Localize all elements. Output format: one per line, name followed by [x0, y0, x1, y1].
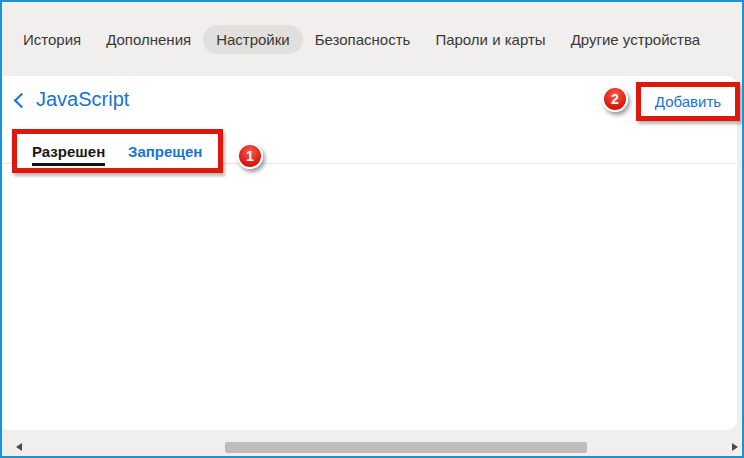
scroll-left-arrow-icon[interactable] — [16, 443, 22, 451]
horizontal-scrollbar[interactable] — [2, 430, 742, 456]
add-button[interactable]: Добавить — [655, 93, 721, 110]
nav-tab-security[interactable]: Безопасность — [315, 31, 411, 48]
step-badge-2: 2 — [602, 86, 628, 112]
back-link[interactable]: JavaScript — [16, 88, 129, 111]
back-chevron-icon[interactable] — [14, 92, 30, 108]
nav-tab-passwords-cards[interactable]: Пароли и карты — [435, 31, 545, 48]
tab-blocked[interactable]: Запрещен — [128, 143, 202, 160]
page-title[interactable]: JavaScript — [36, 88, 129, 111]
scroll-right-arrow-icon[interactable] — [732, 443, 738, 451]
nav-tab-extensions[interactable]: Дополнения — [106, 31, 191, 48]
step-badge-1: 1 — [237, 143, 263, 169]
highlight-box-add: Добавить — [636, 82, 740, 121]
settings-nav: История Дополнения Настройки Безопасност… — [2, 2, 742, 76]
highlight-box-filter-tabs: Разрешен Запрещен — [12, 129, 223, 173]
scrollbar-thumb[interactable] — [225, 442, 587, 453]
tab-allowed[interactable]: Разрешен — [32, 143, 105, 160]
browser-settings-window: История Дополнения Настройки Безопасност… — [0, 0, 744, 458]
nav-tab-history[interactable]: История — [23, 31, 81, 48]
nav-tab-other-devices[interactable]: Другие устройства — [571, 31, 700, 48]
step-badge-2-number: 2 — [611, 91, 619, 107]
active-tab-underline — [32, 163, 105, 166]
nav-tab-settings[interactable]: Настройки — [203, 25, 303, 54]
step-badge-1-number: 1 — [246, 148, 254, 164]
